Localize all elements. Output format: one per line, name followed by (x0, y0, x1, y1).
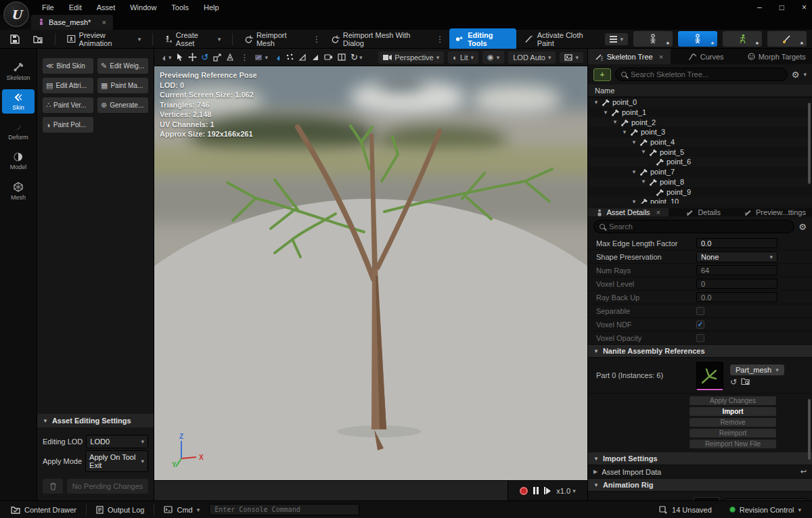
nanite-assembly-references-header[interactable]: ▼ Nanite Assembly References (588, 345, 812, 358)
select-tool-icon[interactable] (177, 53, 183, 62)
expander-icon[interactable]: ▼ (641, 149, 646, 155)
asset-import-data-row[interactable]: ▶ Asset Import Data ↩ (588, 465, 812, 479)
edit-weights-button[interactable]: ✎Edit Weig... (97, 58, 148, 74)
sidebar-item-deform[interactable]: Deform (2, 119, 35, 143)
expander-icon[interactable]: ▼ (631, 139, 637, 145)
use-selected-asset-icon[interactable]: ↺ (730, 377, 737, 387)
tab-close-icon[interactable]: × (102, 18, 106, 26)
details-search-input[interactable]: Search (593, 220, 794, 233)
tab-skeleton-tree[interactable]: Skeleton Tree × (588, 49, 671, 64)
bone-row[interactable]: ▼point_4 (588, 137, 812, 147)
surface-snapping-dropdown[interactable]: ▾ (254, 53, 268, 62)
step-forward-button[interactable] (544, 487, 551, 494)
tab-details[interactable]: Details (669, 208, 738, 216)
shape-preservation-dropdown[interactable]: None▾ (696, 252, 777, 262)
rotation-snap-icon[interactable] (298, 53, 307, 61)
perspective-dropdown[interactable]: Perspective▾ (378, 51, 444, 64)
animation-rig-header[interactable]: ▼ Animation Rig (588, 479, 812, 492)
tab-close-icon[interactable]: × (659, 53, 663, 61)
content-drawer-button[interactable]: Content Drawer (5, 504, 82, 516)
reimport-new-file-button[interactable]: Reimport New File (690, 440, 776, 448)
close-button[interactable]: × (802, 3, 807, 12)
preview-animation-dropdown[interactable]: Preview Animation▾ (62, 28, 145, 50)
bone-row[interactable]: ▼point_3 (588, 127, 812, 137)
viewport-scene[interactable]: Previewing Reference Pose LOD: 0 Current… (154, 66, 587, 480)
menu-edit[interactable]: Edit (62, 1, 89, 14)
expand-arrow-icon[interactable]: ▶ (593, 469, 597, 475)
menu-asset[interactable]: Asset (90, 1, 122, 14)
unsaved-assets-button[interactable]: 14 Unsaved (654, 504, 717, 516)
bone-row[interactable]: point_9 (588, 187, 812, 197)
paint-maps-button[interactable]: ▦Paint Ma... (97, 78, 148, 93)
discard-changes-button[interactable] (43, 479, 63, 494)
viewport-options-dropdown[interactable]: ▾ (158, 53, 172, 62)
unreal-logo-icon[interactable]: U (3, 1, 29, 27)
create-asset-dropdown[interactable]: Create Asset▾ (160, 28, 225, 50)
coordinate-system-icon[interactable] (226, 53, 234, 62)
toolbar-menu-dropdown[interactable]: ▾ (605, 33, 628, 45)
bone-row[interactable]: point_6 (588, 157, 812, 167)
tree-scrollbar[interactable] (808, 103, 811, 184)
expander-icon[interactable]: ▼ (603, 110, 608, 116)
camera-speed-icon[interactable] (324, 53, 333, 61)
apply-changes-button[interactable]: Apply Changes (690, 396, 776, 405)
bone-row[interactable]: ▼point_8 (588, 177, 812, 187)
output-log-button[interactable]: Output Log (91, 504, 150, 516)
tab-preview-scene-settings[interactable]: Preview...ttings (738, 208, 812, 216)
part-mesh-dropdown[interactable]: Part_mesh▾ (730, 364, 784, 375)
generate-button[interactable]: ⊕Generate... (97, 97, 148, 113)
revision-control-dropdown[interactable]: Revision Control ▾ (724, 504, 807, 516)
minimize-button[interactable]: – (757, 3, 762, 12)
import-button[interactable]: Import (690, 407, 776, 416)
import-settings-header[interactable]: ▼ Import Settings (588, 452, 812, 465)
expander-icon[interactable]: ▼ (631, 199, 637, 204)
expander-icon[interactable]: ▼ (641, 179, 646, 185)
tab-morph-targets[interactable]: Morph Targets (741, 49, 812, 64)
tab-close-icon[interactable]: × (656, 208, 660, 216)
tree-column-header[interactable]: Name (588, 85, 812, 97)
pause-button[interactable] (533, 487, 539, 494)
bone-row[interactable]: ▼point_5 (588, 147, 812, 157)
bone-row[interactable]: ▼point_0 (588, 97, 812, 108)
animation-editor-mode-button[interactable]: ★ (723, 31, 762, 47)
save-button[interactable] (5, 32, 24, 47)
rotation-mode-dropdown[interactable]: ↻▾ (351, 52, 362, 62)
timeline-track[interactable] (154, 481, 508, 500)
reimport-dialog-options-icon[interactable]: ⋮ (434, 34, 445, 44)
browse-to-asset-icon[interactable] (741, 377, 750, 387)
bone-row[interactable]: ▼point_7 (588, 167, 812, 177)
reimport-mesh-button[interactable]: Reimport Mesh (240, 28, 307, 50)
reimport-button[interactable]: Reimport (690, 429, 776, 438)
reimport-mesh-options-icon[interactable]: ⋮ (311, 34, 322, 44)
scale-snap-icon[interactable] (311, 53, 319, 61)
sidebar-item-model[interactable]: Model (2, 149, 35, 173)
screenshot-dropdown[interactable]: ▾ (560, 52, 583, 63)
translate-tool-icon[interactable] (188, 53, 197, 62)
maximize-button[interactable]: □ (780, 3, 784, 12)
details-scrollbar[interactable] (808, 399, 811, 460)
activate-cloth-paint-button[interactable]: Activate Cloth Paint (520, 28, 602, 50)
expander-icon[interactable]: ▼ (593, 99, 599, 105)
max-edge-length-input[interactable]: 0.0 (696, 238, 777, 248)
part-mesh-thumbnail[interactable] (696, 362, 723, 389)
remove-button[interactable]: Remove (690, 418, 776, 427)
gear-icon[interactable]: ⚙ (798, 222, 807, 232)
skeletal-mesh-editor-mode-button[interactable]: ★ (678, 31, 717, 47)
3d-viewport[interactable]: ▾ ↺ ⋮ ▾ (154, 49, 587, 500)
record-button[interactable] (520, 487, 528, 495)
menu-window[interactable]: Window (123, 1, 163, 14)
paint-polygons-button[interactable]: ◑Paint Pol... (43, 117, 93, 133)
reimport-mesh-with-dialog-button[interactable]: Reimport Mesh With Dialog (326, 28, 430, 50)
apply-mode-dropdown[interactable]: Apply On Tool Exit▾ (85, 450, 148, 472)
expander-icon[interactable]: ▼ (612, 119, 618, 125)
bind-skin-button[interactable]: ≪Bind Skin (43, 58, 93, 74)
reset-to-default-icon[interactable]: ↩ (800, 467, 807, 476)
bone-row[interactable]: ▼point_1 (588, 108, 812, 118)
sidebar-item-skin[interactable]: Skin (2, 89, 35, 114)
lit-mode-dropdown[interactable]: ◐ Lit▾ (448, 51, 478, 64)
add-bone-button[interactable]: + (593, 68, 611, 81)
gizmo-options-icon[interactable]: ⋮ (239, 53, 250, 62)
sidebar-item-skeleton[interactable]: Skeleton (2, 58, 35, 84)
cmd-dropdown[interactable]: Cmd ▾ (158, 504, 205, 516)
gear-icon[interactable]: ⚙ (792, 70, 800, 80)
